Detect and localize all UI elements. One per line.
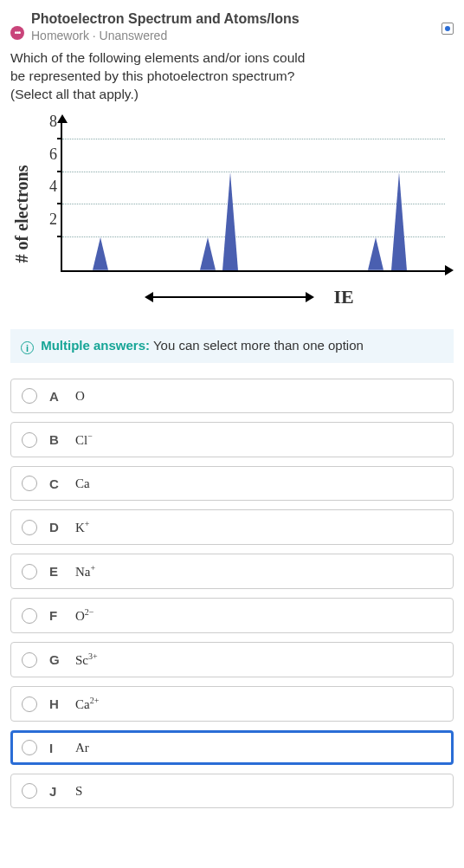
answer-option-C[interactable]: CCa <box>10 466 454 501</box>
y-tick-mark <box>57 138 62 139</box>
y-tick-mark <box>57 236 62 237</box>
option-letter: H <box>49 696 63 711</box>
info-icon: i <box>21 341 34 354</box>
spectrum-peak <box>222 172 238 270</box>
option-letter: A <box>49 389 63 404</box>
option-letter: C <box>49 476 63 491</box>
y-tick-mark <box>57 171 62 172</box>
radio-icon <box>22 520 37 535</box>
option-formula: Cl− <box>75 431 93 448</box>
pes-chart: # of electrons 2468 IE <box>10 114 454 314</box>
x-axis-label: IE <box>333 286 353 308</box>
hint-strong: Multiple answers: <box>41 338 150 353</box>
answer-option-G[interactable]: GSc3+ <box>10 642 454 677</box>
option-letter: G <box>49 652 63 667</box>
status-badge-icon <box>441 23 454 35</box>
question-subtitle: Homework · Unanswered <box>31 29 454 42</box>
y-tick-label: 8 <box>49 112 62 130</box>
radio-icon <box>22 740 37 755</box>
y-tick-label: 6 <box>49 145 62 163</box>
option-letter: F <box>49 608 63 623</box>
svg-marker-1 <box>200 237 216 270</box>
spectrum-peak <box>93 237 108 270</box>
option-letter: D <box>49 520 63 534</box>
options-list: AOBCl−CCaDK+ENa+FO2−GSc3+HCa2+IArJS <box>10 379 454 808</box>
option-letter: I <box>49 741 63 755</box>
x-axis-row: IE <box>61 286 445 308</box>
grid-line <box>62 236 445 237</box>
header-text: Photoelectron Spectrum and Atoms/Ions Ho… <box>31 10 454 42</box>
radio-icon <box>22 388 37 404</box>
answer-option-B[interactable]: BCl− <box>10 422 454 457</box>
svg-marker-2 <box>222 172 238 270</box>
radio-icon <box>22 476 37 491</box>
option-formula: Ca2+ <box>75 696 99 712</box>
grid-line <box>62 204 445 204</box>
option-formula: O <box>75 389 85 404</box>
answer-option-A[interactable]: AO <box>10 379 454 413</box>
radio-icon <box>22 432 37 448</box>
option-formula: K+ <box>75 519 89 535</box>
answer-option-E[interactable]: ENa+ <box>10 554 454 589</box>
answer-option-H[interactable]: HCa2+ <box>10 686 454 722</box>
answer-option-F[interactable]: FO2− <box>10 598 454 633</box>
spectrum-peak <box>368 237 383 270</box>
radio-icon <box>22 564 37 580</box>
hint-text: You can select more than one option <box>150 338 364 353</box>
spectrum-peak <box>391 172 407 270</box>
option-formula: Ar <box>75 741 89 755</box>
radio-icon <box>22 783 37 799</box>
answer-option-I[interactable]: IAr <box>10 730 454 765</box>
ie-double-arrow-icon <box>151 296 307 298</box>
option-letter: E <box>49 564 63 579</box>
x-axis-arrow-icon <box>445 265 454 275</box>
question-prompt: Which of the following elements and/or i… <box>10 49 322 104</box>
option-formula: O2− <box>75 607 93 624</box>
question-title: Photoelectron Spectrum and Atoms/Ions <box>31 10 454 27</box>
multiple-answers-hint: i Multiple answers: You can select more … <box>10 329 454 364</box>
answer-option-J[interactable]: JS <box>10 774 454 808</box>
plot-area: 2468 <box>61 123 445 272</box>
option-letter: B <box>49 432 63 447</box>
spectrum-peak <box>200 237 216 270</box>
grid-line <box>62 139 445 139</box>
svg-marker-4 <box>391 172 407 270</box>
radio-icon <box>22 652 37 668</box>
y-tick-label: 2 <box>49 211 62 229</box>
answer-option-D[interactable]: DK+ <box>10 509 454 545</box>
grid-line <box>62 172 445 172</box>
y-axis-label: # of electrons <box>12 165 32 262</box>
y-tick-label: 4 <box>49 178 62 196</box>
option-formula: Na+ <box>75 563 95 580</box>
question-header: ••• Photoelectron Spectrum and Atoms/Ion… <box>10 10 454 42</box>
radio-icon <box>22 608 37 624</box>
y-tick-mark <box>57 203 62 204</box>
radio-icon <box>22 696 37 712</box>
option-letter: J <box>49 784 63 799</box>
option-formula: S <box>75 784 82 799</box>
option-formula: Sc3+ <box>75 651 98 668</box>
svg-marker-3 <box>368 237 383 270</box>
svg-marker-0 <box>93 237 108 270</box>
category-icon: ••• <box>10 26 24 40</box>
option-formula: Ca <box>75 476 90 491</box>
